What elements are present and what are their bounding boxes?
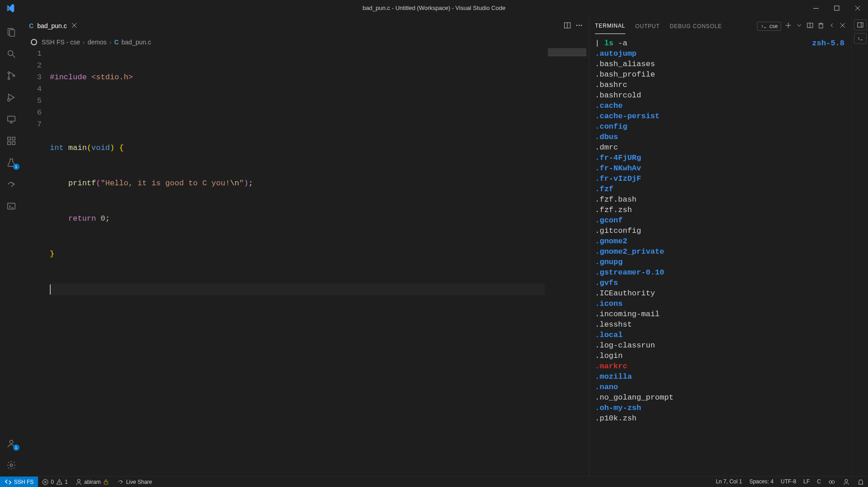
encoding-status[interactable]: UTF-8: [777, 478, 800, 485]
terminal-line: .fr-4FjURg: [595, 153, 846, 163]
explorer-icon[interactable]: [0, 21, 22, 43]
testing-icon[interactable]: 1: [0, 152, 22, 174]
run-debug-icon[interactable]: [0, 87, 22, 108]
terminal-line: .icons: [595, 299, 846, 309]
svg-point-27: [576, 25, 578, 26]
terminal-line: .cache: [595, 101, 846, 111]
live-share-status[interactable]: Live Share: [113, 477, 155, 487]
search-icon[interactable]: [0, 43, 22, 65]
minimap[interactable]: [545, 48, 589, 476]
svg-point-11: [7, 99, 10, 101]
split-terminal-icon[interactable]: [806, 22, 814, 30]
terminal-line: .markrc: [595, 361, 846, 371]
remote-explorer-icon[interactable]: [0, 108, 22, 130]
terminal-prompt: | ls -a: [595, 38, 846, 48]
terminal-line: .dbus: [595, 132, 846, 142]
eol-status[interactable]: LF: [800, 478, 813, 485]
svg-rect-16: [7, 142, 10, 145]
svg-point-9: [8, 77, 10, 79]
chevron-left-icon[interactable]: [828, 22, 835, 30]
close-button[interactable]: [847, 0, 868, 16]
maximize-button[interactable]: [826, 0, 847, 16]
copilot-icon[interactable]: [825, 478, 839, 486]
minimize-button[interactable]: [806, 0, 826, 16]
tab-bad-pun-c[interactable]: C bad_pun.c: [23, 16, 84, 36]
chevron-down-icon[interactable]: [796, 22, 803, 30]
status-bar: SSH FS 0 1 abiram Live Share Ln 7, Col 1…: [0, 476, 868, 487]
terminal-line: .ICEauthority: [595, 288, 846, 299]
panel-tabs: TERMINAL OUTPUT DEBUG CONSOLE cse: [590, 16, 852, 36]
chevron-right-icon: ›: [83, 39, 85, 46]
terminal-line: .fr-NKwhAv: [595, 163, 846, 174]
language-mode[interactable]: C: [813, 478, 825, 485]
close-panel-icon[interactable]: [839, 22, 846, 30]
panel: TERMINAL OUTPUT DEBUG CONSOLE cse zsh-5.…: [589, 16, 852, 476]
vscode-logo-icon: [0, 0, 16, 16]
svg-rect-19: [7, 203, 15, 209]
toggle-panel-icon[interactable]: [854, 19, 867, 30]
svg-rect-35: [819, 24, 823, 28]
settings-gear-icon[interactable]: [0, 454, 22, 476]
c-file-icon: C: [114, 39, 119, 46]
split-editor-icon[interactable]: [564, 22, 571, 30]
editor-tab-actions: [564, 16, 589, 36]
code-editor[interactable]: 1 2 3 4 5 6 7 #include <stdio.h> int mai…: [23, 48, 589, 476]
terminal-line: .lesshst: [595, 319, 846, 330]
accounts-icon[interactable]: 1: [0, 433, 22, 454]
terminal-line: .bashrcold: [595, 90, 846, 101]
tab-debug-console[interactable]: DEBUG CONSOLE: [670, 23, 722, 29]
accounts-badge: 1: [13, 444, 19, 451]
window-controls: [806, 0, 868, 16]
remote-indicator[interactable]: SSH FS: [0, 477, 38, 487]
terminal-line: .gnome2: [595, 236, 846, 246]
svg-point-47: [77, 479, 80, 482]
indentation-status[interactable]: Spaces: 4: [746, 478, 777, 485]
terminal-line: .local: [595, 330, 846, 340]
terminal-line: .bashrc: [595, 80, 846, 90]
record-icon: [31, 39, 37, 45]
notifications-icon[interactable]: [854, 478, 868, 486]
terminal-shortcut-icon[interactable]: [854, 33, 867, 44]
terminal-body[interactable]: zsh-5.8 | ls -a .autojump.bash_aliases.b…: [590, 36, 852, 476]
line-number-gutter: 1 2 3 4 5 6 7: [23, 48, 50, 476]
tab-label: bad_pun.c: [37, 22, 67, 29]
c-file-icon: C: [29, 22, 34, 29]
terminal-line: .mozilla: [595, 371, 846, 382]
main-area: 1 1 C bad_pun.c: [0, 16, 868, 476]
terminal-profile-dropdown[interactable]: cse: [757, 22, 781, 31]
breadcrumb-file[interactable]: bad_pun.c: [121, 39, 151, 46]
breadcrumb-root[interactable]: SSH FS - cse: [42, 39, 80, 46]
sshfs-icon[interactable]: [0, 195, 22, 217]
live-share-icon[interactable]: [0, 174, 22, 195]
editor-group: C bad_pun.c SSH FS - cse › demos › C bad…: [23, 16, 589, 476]
more-actions-icon[interactable]: [575, 22, 583, 30]
user-status[interactable]: abiram: [72, 477, 114, 487]
terminal-line: .fzf.zsh: [595, 205, 846, 215]
tab-close-icon[interactable]: [71, 22, 78, 30]
code-content[interactable]: #include <stdio.h> int main(void) { prin…: [50, 48, 589, 476]
terminal-line: .gstreamer-0.10: [595, 267, 846, 278]
tab-terminal[interactable]: TERMINAL: [595, 23, 625, 34]
kill-terminal-icon[interactable]: [817, 22, 825, 30]
svg-point-28: [579, 25, 580, 26]
svg-rect-15: [7, 137, 10, 140]
terminal-line: .config: [595, 121, 846, 132]
problems-status[interactable]: 0 1: [38, 477, 71, 487]
extensions-icon[interactable]: [0, 130, 22, 152]
new-terminal-icon[interactable]: [785, 22, 792, 30]
svg-rect-48: [104, 482, 108, 484]
cursor-position[interactable]: Ln 7, Col 1: [712, 478, 746, 485]
terminal-line: .nano: [595, 382, 846, 392]
breadcrumb[interactable]: SSH FS - cse › demos › C bad_pun.c: [23, 36, 589, 48]
svg-point-51: [845, 479, 848, 482]
source-control-icon[interactable]: [0, 65, 22, 87]
terminal-line: .gnupg: [595, 257, 846, 267]
side-panel-collapsed: [852, 16, 868, 476]
svg-rect-0: [813, 8, 819, 9]
testing-badge: 1: [13, 164, 19, 170]
tab-output[interactable]: OUTPUT: [635, 23, 660, 29]
breadcrumb-folder[interactable]: demos: [87, 39, 106, 46]
svg-rect-40: [858, 23, 863, 27]
svg-point-22: [10, 464, 13, 467]
feedback-icon[interactable]: [839, 478, 854, 486]
